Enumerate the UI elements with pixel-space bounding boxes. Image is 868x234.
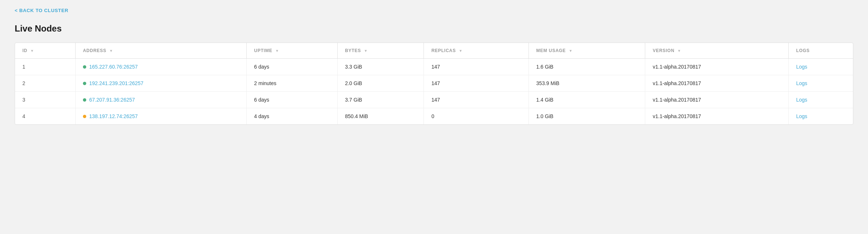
table-row: 2192.241.239.201:262572 minutes2.0 GiB14… <box>15 75 853 92</box>
nodes-table: ID ▼ ADDRESS ▼ UPTIME ▼ BYTES ▼ REPLICAS <box>15 43 853 124</box>
cell-replicas: 147 <box>424 75 529 92</box>
col-header-id[interactable]: ID ▼ <box>15 43 75 59</box>
cell-mem-usage: 1.6 GiB <box>529 59 645 75</box>
logs-link[interactable]: Logs <box>796 97 807 103</box>
sort-icon-replicas: ▼ <box>459 49 463 53</box>
status-dot-green <box>83 65 86 69</box>
sort-icon-bytes: ▼ <box>364 49 368 53</box>
sort-icon-mem-usage: ▼ <box>569 49 573 53</box>
cell-replicas: 147 <box>424 92 529 108</box>
back-label: < BACK TO CLUSTER <box>15 8 68 13</box>
back-to-cluster-link[interactable]: < BACK TO CLUSTER <box>15 8 68 13</box>
col-header-address[interactable]: ADDRESS ▼ <box>75 43 246 59</box>
col-header-version[interactable]: VERSION ▼ <box>645 43 789 59</box>
status-dot-green <box>83 98 86 102</box>
table-row: 1165.227.60.76:262576 days3.3 GiB1471.6 … <box>15 59 853 75</box>
cell-address: 138.197.12.74:26257 <box>75 108 246 125</box>
cell-version: v1.1-alpha.20170817 <box>645 92 789 108</box>
sort-icon-id: ▼ <box>30 49 34 53</box>
col-header-bytes[interactable]: BYTES ▼ <box>337 43 424 59</box>
table-row: 367.207.91.36:262576 days3.7 GiB1471.4 G… <box>15 92 853 108</box>
cell-logs: Logs <box>789 75 853 92</box>
address-link[interactable]: 192.241.239.201:26257 <box>89 80 144 86</box>
col-header-replicas[interactable]: REPLICAS ▼ <box>424 43 529 59</box>
cell-logs: Logs <box>789 92 853 108</box>
cell-bytes: 3.7 GiB <box>337 92 424 108</box>
col-header-logs: LOGS <box>789 43 853 59</box>
cell-version: v1.1-alpha.20170817 <box>645 108 789 125</box>
cell-bytes: 850.4 MiB <box>337 108 424 125</box>
cell-bytes: 2.0 GiB <box>337 75 424 92</box>
cell-id: 2 <box>15 75 75 92</box>
cell-address: 192.241.239.201:26257 <box>75 75 246 92</box>
address-link[interactable]: 67.207.91.36:26257 <box>89 97 135 103</box>
table-header-row: ID ▼ ADDRESS ▼ UPTIME ▼ BYTES ▼ REPLICAS <box>15 43 853 59</box>
cell-uptime: 4 days <box>247 108 338 125</box>
cell-uptime: 2 minutes <box>247 75 338 92</box>
cell-uptime: 6 days <box>247 59 338 75</box>
cell-version: v1.1-alpha.20170817 <box>645 75 789 92</box>
cell-id: 3 <box>15 92 75 108</box>
logs-link[interactable]: Logs <box>796 113 807 119</box>
col-header-mem-usage[interactable]: MEM USAGE ▼ <box>529 43 645 59</box>
page-title: Live Nodes <box>15 23 853 34</box>
cell-bytes: 3.3 GiB <box>337 59 424 75</box>
status-dot-yellow <box>83 115 86 118</box>
cell-replicas: 0 <box>424 108 529 125</box>
sort-icon-version: ▼ <box>678 49 682 53</box>
cell-mem-usage: 1.4 GiB <box>529 92 645 108</box>
col-header-uptime[interactable]: UPTIME ▼ <box>247 43 338 59</box>
cell-replicas: 147 <box>424 59 529 75</box>
cell-logs: Logs <box>789 59 853 75</box>
cell-version: v1.1-alpha.20170817 <box>645 59 789 75</box>
nodes-table-container: ID ▼ ADDRESS ▼ UPTIME ▼ BYTES ▼ REPLICAS <box>15 43 853 125</box>
cell-mem-usage: 1.0 GiB <box>529 108 645 125</box>
sort-icon-uptime: ▼ <box>275 49 279 53</box>
cell-logs: Logs <box>789 108 853 125</box>
logs-link[interactable]: Logs <box>796 80 807 86</box>
logs-link[interactable]: Logs <box>796 64 807 70</box>
status-dot-green <box>83 82 86 85</box>
cell-mem-usage: 353.9 MiB <box>529 75 645 92</box>
sort-icon-address: ▼ <box>109 49 113 53</box>
address-link[interactable]: 165.227.60.76:26257 <box>89 64 138 70</box>
cell-id: 4 <box>15 108 75 125</box>
address-link[interactable]: 138.197.12.74:26257 <box>89 113 138 119</box>
cell-address: 67.207.91.36:26257 <box>75 92 246 108</box>
cell-id: 1 <box>15 59 75 75</box>
cell-uptime: 6 days <box>247 92 338 108</box>
cell-address: 165.227.60.76:26257 <box>75 59 246 75</box>
table-row: 4138.197.12.74:262574 days850.4 MiB01.0 … <box>15 108 853 125</box>
